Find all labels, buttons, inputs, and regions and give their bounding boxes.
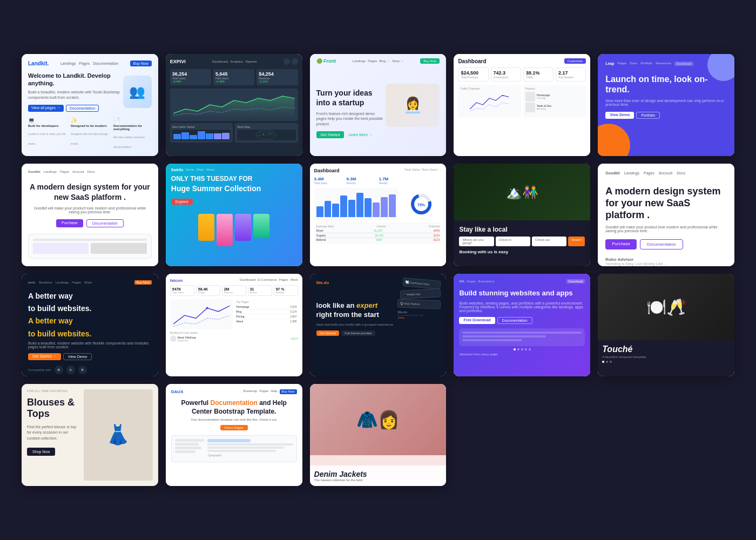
card-docs[interactable]: DAUX Bootstrap Pages Help Buy Now Powerf… [166, 384, 302, 487]
card-denim[interactable]: 🧥👩 Denim Jackets The newest collection f… [310, 384, 447, 487]
landkit-buy-btn[interactable]: Buy Now [130, 60, 152, 66]
card-summer[interactable]: Swirlix Home Shop About ONLY THIS TUESDA… [166, 164, 302, 266]
arch-logo: arch. [28, 281, 36, 284]
wa-hero-title: Build stunning websites and apps [459, 289, 585, 298]
wa-free-btn[interactable]: Free Download [459, 317, 495, 324]
falcon-stat-1: 547K Page Views [170, 285, 194, 296]
docs-logo: DAUX [171, 389, 184, 394]
summer-explore-btn[interactable]: Explore [171, 199, 193, 205]
dash-stat-2: 742.3 Conversions [491, 68, 521, 82]
goodkit-hero-title: A modern design system for your new SaaS… [28, 182, 152, 201]
front-hero-desc: Front's feature-rich designed demo pages… [316, 111, 386, 127]
summer-models [166, 214, 302, 246]
falcon-stat-3: 2M Sessions [222, 285, 246, 296]
falcon-stat-4: 31 Bounce [248, 285, 272, 296]
wa-logo: WA [459, 280, 464, 283]
touche-title: Touché [602, 345, 730, 354]
card-expert[interactable]: 📊 Dashboard View 📱 Mobile App 🖥️ Web Pla… [310, 274, 447, 376]
falcon-stat-2: 58.4K Unique [196, 285, 220, 296]
expert-started-btn[interactable]: Get Started [316, 330, 340, 336]
wa-bottom-label: Attractive from every angle [459, 353, 585, 356]
card-goodkit-sm[interactable]: Goodkit Landings Pages Account Docs A mo… [22, 164, 158, 266]
front-started-btn[interactable]: Get Started [316, 131, 345, 138]
falcon-nav: Dashboard E-Commerce Pages Work [240, 278, 298, 283]
a2-bar-chart [314, 188, 398, 220]
arch-logo-react: R [78, 366, 87, 374]
local-sub-label: Booking with us is easy [459, 249, 585, 254]
falcon-main-chart [170, 299, 233, 329]
dash-stat-4: 2.17 Avg Session [556, 68, 586, 82]
front-learn-btn[interactable]: Learn More → [346, 131, 375, 138]
blouses-desc: Find the perfect blouse or top for every… [27, 424, 79, 442]
svg-point-2 [269, 133, 271, 134]
expert-hero-desc: Hack and build your toolkit with a group… [316, 323, 440, 326]
card-analytics[interactable]: EXPIVI DashboardAnalyticsReports 36,254 … [166, 54, 302, 157]
card-wa[interactable]: WA Pages Illustrations Download Build st… [454, 274, 590, 376]
landkit-docs-btn[interactable]: Documentation [66, 105, 99, 112]
expert-preview-btn[interactable]: Full theme preview [341, 330, 375, 336]
a2-stat-1: 3.4M Total Sales [314, 177, 345, 185]
card-front[interactable]: 🟢 Front Landings Pages Blog → Shop → Buy… [310, 54, 447, 157]
gk2-advisor-label: Robo Advisor Investing is Easy. Live Mon… [605, 257, 727, 266]
denim-image: 🧥👩 [310, 384, 447, 456]
goodkit-purchase-btn[interactable]: Purchase [56, 219, 83, 227]
local-search-input[interactable]: Where are you going? [459, 237, 494, 246]
arch-hero-desc: Build a beautiful, modern website with f… [28, 341, 152, 349]
local-hero-image: 🏔️👫 [454, 164, 590, 220]
blouses-shop-btn[interactable]: Shop Now [27, 448, 55, 456]
goodkit-docs-btn[interactable]: Documentation [86, 219, 124, 227]
arch-hero-title3: A better way [28, 316, 152, 326]
card-local[interactable]: 🏔️👫 Stay like a local Where are you goin… [454, 164, 590, 266]
wa-docs-btn[interactable]: Documentation [497, 317, 532, 324]
summer-eyebrow: ONLY THIS TUESDAY FOR [171, 175, 297, 183]
docs-nav: Bootstrap Pages Help Buy Now [244, 389, 297, 394]
card-landkit[interactable]: Landkit. Landings Pages Documentation Bu… [22, 54, 158, 157]
landkit-feature-2: ✨ Designed to be modern Designed with th… [71, 117, 109, 150]
local-date-input[interactable]: Check in [496, 237, 530, 246]
svg-point-1 [263, 133, 265, 135]
a2-donut: 75% [400, 188, 442, 220]
touche-image: 🍽️🥂 [598, 274, 734, 340]
local-checkout-input[interactable]: Check out [532, 237, 566, 246]
gk2-purchase-btn[interactable]: Purchase [605, 239, 637, 249]
card-dashboard[interactable]: Dashboard Customize $24,500 Total Revenu… [454, 54, 590, 157]
landkit-hero-title: Welcome to Landkit. Develop anything. [28, 72, 123, 87]
local-search-btn[interactable]: Search [568, 237, 585, 246]
arch-started-btn[interactable]: Get Started → [28, 353, 61, 360]
dash-btn[interactable]: Customize [564, 58, 586, 64]
front-buy-btn[interactable]: Buy Now [420, 58, 440, 64]
wa-download-nav-btn[interactable]: Download [566, 279, 585, 284]
falcon-table: Top Pages Homepage4,523 Blog3,124 Pricin… [235, 299, 298, 329]
svg-point-0 [256, 130, 276, 139]
analytics-stat-3: $4,254 Revenue +5.21% [256, 69, 298, 85]
leap-portfolio-btn[interactable]: Portfolio [636, 112, 660, 119]
expert-hero-title: look like an expert right from the start [316, 301, 440, 320]
arch-buynow-btn[interactable]: Buy Now [134, 280, 152, 285]
card-arch[interactable]: arch. Business Landings Pages Work Buy N… [22, 274, 158, 376]
card-touche[interactable]: 🍽️🥂 Touché A beautiful restaurant templa… [598, 274, 734, 376]
arch-hero-title4: to build websites. [28, 329, 152, 339]
arch-demo-btn[interactable]: View Demo [63, 353, 92, 360]
front-nav: Landings Pages Blog → Shop → [353, 59, 404, 63]
a2-stat-2: 9.3M Monthly [347, 177, 377, 185]
landkit-hero-desc: Build a beautiful, modern website with T… [28, 90, 123, 100]
card-analytics2[interactable]: Dashboard Total Sales New Users ... 3.4M… [310, 164, 447, 266]
card-falcon[interactable]: falcon Dashboard E-Commerce Pages Work 5… [166, 274, 302, 376]
leap-nav: Leap Pages Docs Portfolio Resources Down… [605, 62, 727, 66]
leap-demo-btn[interactable]: View Demo [605, 112, 634, 119]
arch-logo-vue: V [66, 366, 75, 374]
gk2-docs-btn[interactable]: Documentation [640, 239, 683, 249]
docs-demo-btn[interactable]: Demo Pages [220, 425, 248, 430]
blouses-breadcrumb: FOR ALL TIME FAVORITES [27, 389, 79, 393]
analytics-stat-2: 5,645 Paid Users +3.48% [213, 69, 254, 85]
card-leap[interactable]: Leap Pages Docs Portfolio Resources Down… [598, 54, 734, 157]
local-content: Stay like a local Where are you going? C… [454, 220, 590, 260]
leap-download-btn[interactable]: Download [674, 62, 693, 66]
summer-title: Huge Summer Collection [171, 184, 297, 193]
card-goodkit-lg[interactable]: Goodkit Landings Pages Account Docs A mo… [598, 164, 734, 266]
docs-buynow-btn[interactable]: Buy Now [280, 389, 297, 394]
falcon-booking: Booking for your space Marie Olinthrop D… [170, 331, 298, 342]
landkit-view-btn[interactable]: View all pages → [28, 105, 64, 112]
falcon-logo: falcon [170, 278, 183, 283]
card-blouses[interactable]: FOR ALL TIME FAVORITES Blouses &Tops Fin… [22, 384, 158, 487]
